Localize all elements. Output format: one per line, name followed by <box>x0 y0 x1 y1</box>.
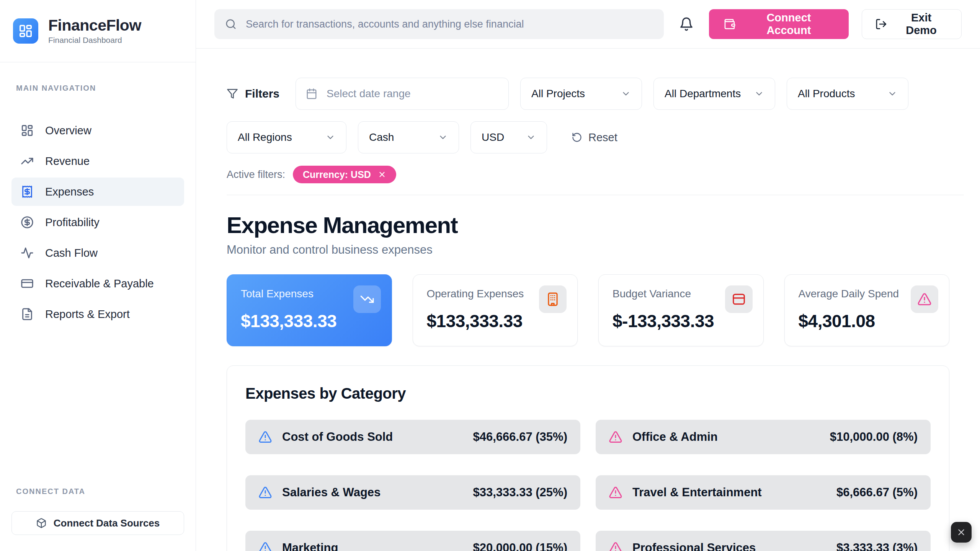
category-value: $3,333.33 (3%) <box>836 541 918 551</box>
payment-method-select[interactable]: Cash <box>358 121 459 153</box>
floating-close-button[interactable] <box>951 522 972 543</box>
sidebar-item-receivable-payable[interactable]: Receivable & Payable <box>11 269 184 298</box>
receipt-icon <box>21 185 34 198</box>
chevron-down-icon <box>526 132 536 142</box>
alert-triangle-icon <box>609 486 622 499</box>
reset-filters-button[interactable]: Reset <box>569 131 620 144</box>
regions-select[interactable]: All Regions <box>227 121 346 153</box>
category-name: Travel & Entertainment <box>632 486 826 499</box>
wallet-icon <box>724 18 736 30</box>
stat-icon-box <box>725 285 753 313</box>
category-value: $33,333.33 (25%) <box>473 486 567 499</box>
category-row-salaries-wages: Salaries & Wages $33,333.33 (25%) <box>245 475 580 510</box>
close-icon <box>956 527 966 537</box>
main-navigation: MAIN NAVIGATION Overview Revenue Expense… <box>0 62 196 487</box>
projects-select[interactable]: All Projects <box>520 78 642 110</box>
filters-row-2: All Regions Cash USD Reset <box>227 121 949 153</box>
chevron-down-icon <box>754 89 764 99</box>
activity-icon <box>21 246 34 259</box>
category-row-office-admin: Office & Admin $10,000.00 (8%) <box>596 420 931 454</box>
connect-data-sources-label: Connect Data Sources <box>54 517 160 529</box>
search-input[interactable] <box>245 18 653 31</box>
dashboard-grid-icon <box>18 24 33 38</box>
stat-value: $4,301.08 <box>799 311 936 331</box>
chevron-down-icon <box>325 132 335 142</box>
stat-card-budget-variance: Budget Variance $-133,333.33 <box>598 274 764 346</box>
page-title: Expense Management <box>227 212 949 238</box>
brand-header: FinanceFlow Financial Dashboard <box>0 0 196 62</box>
main-column: Connect Account Exit Demo Filters All <box>196 0 980 551</box>
category-row-travel-entertainment: Travel & Entertainment $6,666.67 (5%) <box>596 475 931 510</box>
category-row-marketing: Marketing $20,000.00 (15%) <box>245 531 580 551</box>
category-name: Salaries & Wages <box>282 486 463 499</box>
stat-icon-box <box>911 285 938 313</box>
stat-value: $133,333.33 <box>427 311 564 331</box>
stat-icon-box <box>539 285 567 313</box>
sidebar-item-expenses[interactable]: Expenses <box>11 178 184 206</box>
connect-account-button[interactable]: Connect Account <box>709 9 849 39</box>
content: Filters All Projects All Departments All… <box>196 49 980 551</box>
page-subtitle: Monitor and control business expenses <box>227 243 949 257</box>
nav-items: Overview Revenue Expenses Profitability <box>11 116 184 328</box>
stat-value: $133,333.33 <box>241 311 378 331</box>
sidebar-item-profitability[interactable]: Profitability <box>11 208 184 236</box>
connect-account-label: Connect Account <box>743 11 835 37</box>
calendar-icon <box>306 88 317 99</box>
sidebar-item-cash-flow[interactable]: Cash Flow <box>11 239 184 267</box>
brand-text: FinanceFlow Financial Dashboard <box>48 17 141 44</box>
active-filters-row: Active filters: Currency: USD <box>227 166 949 183</box>
global-search[interactable] <box>214 9 664 39</box>
log-out-icon <box>875 18 887 30</box>
credit-card-icon <box>21 277 34 290</box>
dollar-circle-icon <box>21 216 34 229</box>
departments-select[interactable]: All Departments <box>653 78 775 110</box>
section-divider <box>227 195 964 195</box>
sidebar: FinanceFlow Financial Dashboard MAIN NAV… <box>0 0 196 551</box>
connect-data-sources-button[interactable]: Connect Data Sources <box>11 511 184 535</box>
category-name: Professional Services <box>632 541 826 551</box>
date-range-input[interactable] <box>326 87 498 100</box>
bell-icon <box>679 17 694 31</box>
currency-select[interactable]: USD <box>470 121 547 153</box>
stat-value: $-133,333.33 <box>612 311 750 331</box>
category-grid: Cost of Goods Sold $46,666.67 (35%) Offi… <box>245 420 931 551</box>
connect-section-label: CONNECT DATA <box>11 487 184 496</box>
sidebar-item-label: Expenses <box>45 186 94 198</box>
close-icon[interactable] <box>378 170 386 179</box>
alert-triangle-icon <box>258 430 272 444</box>
category-value: $10,000.00 (8%) <box>830 430 918 444</box>
reset-label: Reset <box>588 131 617 144</box>
stat-icon-box <box>353 285 381 313</box>
notifications-button[interactable] <box>677 15 696 34</box>
sidebar-item-reports-export[interactable]: Reports & Export <box>11 300 184 328</box>
credit-card-icon <box>732 292 746 306</box>
sidebar-item-label: Reports & Export <box>45 308 130 321</box>
sidebar-item-label: Cash Flow <box>45 247 98 259</box>
cube-icon <box>36 518 47 528</box>
alert-triangle-icon <box>609 430 622 444</box>
sidebar-item-revenue[interactable]: Revenue <box>11 147 184 175</box>
category-row-cost-of-goods-sold: Cost of Goods Sold $46,666.67 (35%) <box>245 420 580 454</box>
exit-demo-button[interactable]: Exit Demo <box>862 9 962 39</box>
filters-row-1: Filters All Projects All Departments All… <box>227 78 949 110</box>
active-filter-chip[interactable]: Currency: USD <box>293 166 396 183</box>
category-name: Marketing <box>282 541 463 551</box>
connect-data-section: CONNECT DATA Connect Data Sources <box>0 487 196 551</box>
category-section-title: Expenses by Category <box>245 385 931 402</box>
app-root: FinanceFlow Financial Dashboard MAIN NAV… <box>0 0 980 551</box>
active-filters-label: Active filters: <box>227 169 285 181</box>
category-value: $6,666.67 (5%) <box>836 486 918 499</box>
date-range-field[interactable] <box>296 78 509 110</box>
funnel-icon <box>227 88 238 99</box>
chevron-down-icon <box>621 89 631 99</box>
category-value: $46,666.67 (35%) <box>473 430 567 444</box>
products-select[interactable]: All Products <box>787 78 908 110</box>
category-name: Cost of Goods Sold <box>282 430 463 444</box>
trending-down-icon <box>360 292 374 306</box>
chevron-down-icon <box>438 132 448 142</box>
category-name: Office & Admin <box>632 430 820 444</box>
exit-demo-label: Exit Demo <box>894 11 948 37</box>
trending-up-icon <box>21 155 34 168</box>
sidebar-item-overview[interactable]: Overview <box>11 116 184 145</box>
category-value: $20,000.00 (15%) <box>473 541 567 551</box>
